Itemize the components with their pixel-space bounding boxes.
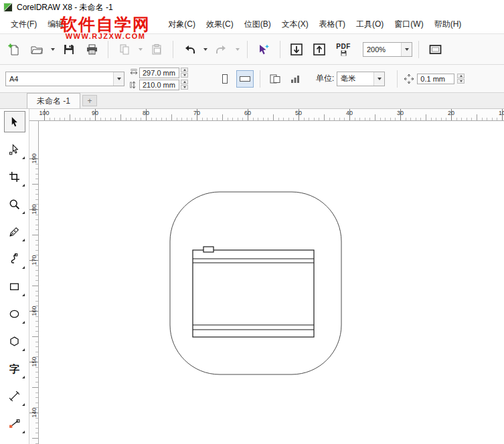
save-button[interactable] <box>59 39 79 60</box>
polygon-tool[interactable] <box>4 330 25 352</box>
spinner-up-button[interactable] <box>181 80 188 84</box>
canvas-row: 190180170160150140 <box>29 121 504 444</box>
export-button[interactable] <box>309 39 329 60</box>
crop-tool[interactable] <box>4 166 25 187</box>
menu-tools[interactable]: 工具(O) <box>351 15 389 33</box>
vertical-ruler[interactable]: 190180170160150140 <box>29 121 39 444</box>
zoom-tool[interactable] <box>4 193 25 215</box>
v-ruler-number: 180 <box>31 204 37 214</box>
nudge-distance-input[interactable]: 0.1 mm <box>417 74 454 84</box>
paste-button[interactable] <box>147 39 167 60</box>
flyout-indicator-icon <box>22 211 25 214</box>
menu-bar: 文件(F) 编辑 对象(C) 效果(C) 位图(B) 文本(X) 表格(T) 工… <box>0 15 504 33</box>
open-dropdown-caret-icon[interactable] <box>51 48 55 51</box>
undo-dropdown-caret-icon[interactable] <box>203 48 207 51</box>
print-button[interactable] <box>82 39 102 60</box>
all-pages-icon <box>269 74 281 84</box>
spinner-down-button[interactable] <box>181 85 188 90</box>
new-tab-button[interactable]: + <box>82 95 97 106</box>
open-document-button[interactable] <box>27 39 47 60</box>
h-ruler-number: 70 <box>193 110 200 116</box>
toolbar-separator <box>247 41 248 58</box>
flyout-indicator-icon <box>22 266 25 269</box>
units-combo[interactable]: 毫米 <box>337 72 385 86</box>
caret-down-icon <box>377 78 382 80</box>
page-height-spinner <box>181 80 188 90</box>
menu-help[interactable]: 帮助(H) <box>429 15 467 33</box>
h-ruler-number: 90 <box>92 110 98 116</box>
rounded-square-shape[interactable] <box>170 192 341 374</box>
page-width-input[interactable]: 297.0 mm <box>139 68 179 78</box>
app-launcher-button[interactable] <box>254 39 274 60</box>
print-icon <box>86 44 98 55</box>
h-ruler-number: 30 <box>397 110 404 116</box>
spinner-up-button[interactable] <box>181 68 188 72</box>
v-ruler-number: 140 <box>31 407 37 417</box>
freehand-tool[interactable] <box>4 221 25 242</box>
paper-size-caret[interactable] <box>113 72 124 86</box>
h-ruler-number: 40 <box>346 110 353 116</box>
copy-button[interactable] <box>114 39 135 60</box>
landscape-button[interactable] <box>236 70 254 88</box>
fullscreen-preview-button[interactable] <box>425 39 445 60</box>
magnifier-icon <box>9 199 20 210</box>
portrait-button[interactable] <box>216 70 234 88</box>
undo-button[interactable] <box>179 39 199 60</box>
menu-window[interactable]: 窗口(W) <box>389 15 428 33</box>
page-width-icon <box>130 69 138 77</box>
page-size-fields: 297.0 mm 210.0 mm <box>130 68 188 90</box>
rectangle-icon <box>9 281 20 292</box>
propbar-separator <box>260 70 260 88</box>
flyout-indicator-icon <box>22 376 25 378</box>
menu-edit[interactable]: 编辑 <box>42 15 69 33</box>
drawing-canvas[interactable] <box>39 121 504 444</box>
new-document-icon <box>8 43 20 56</box>
zoom-level-combo[interactable]: 200% <box>363 42 412 57</box>
window-title: CorelDRAW X8 - 未命名 -1 <box>17 2 113 13</box>
paper-size-value: A4 <box>6 72 113 86</box>
menu-table[interactable]: 表格(T) <box>314 15 351 33</box>
spinner-up-icon <box>183 81 186 83</box>
v-ruler-number: 150 <box>31 356 37 366</box>
curve-tool[interactable] <box>4 248 25 269</box>
caret-down-icon <box>117 78 121 80</box>
briefcase-shape[interactable] <box>193 247 314 337</box>
spinner-up-button[interactable] <box>457 74 465 78</box>
menu-object[interactable]: 对象(C) <box>163 15 201 33</box>
menu-text[interactable]: 文本(X) <box>276 15 314 33</box>
all-pages-button[interactable] <box>266 70 284 88</box>
menu-effects[interactable]: 效果(C) <box>201 15 239 33</box>
units-caret[interactable] <box>373 72 384 86</box>
text-tool[interactable]: 字 <box>4 358 25 379</box>
import-button[interactable] <box>286 39 307 60</box>
connector-line-icon <box>9 418 20 429</box>
pick-tool[interactable] <box>4 111 25 132</box>
new-document-button[interactable] <box>4 39 24 60</box>
document-tab[interactable]: 未命名 -1 <box>27 93 80 108</box>
toolbox: 字 <box>0 109 29 444</box>
rectangle-tool[interactable] <box>4 275 25 297</box>
menu-file[interactable]: 文件(F) <box>5 15 42 33</box>
paper-size-combo[interactable]: A4 <box>5 72 124 86</box>
drawing-scale-button[interactable] <box>286 70 304 88</box>
flyout-indicator-icon <box>22 184 25 187</box>
page-width-spinner <box>181 68 188 78</box>
menu-bitmaps[interactable]: 位图(B) <box>239 15 276 33</box>
publish-pdf-button[interactable]: PDF <box>332 39 355 60</box>
spinner-down-icon <box>460 80 463 82</box>
shape-tool[interactable] <box>4 138 25 160</box>
copy-icon <box>119 44 130 55</box>
dimension-tool[interactable] <box>4 385 25 407</box>
redo-button[interactable] <box>212 39 232 60</box>
horizontal-ruler[interactable]: 100908070605040302010 <box>29 109 504 121</box>
h-ruler-number: 20 <box>448 110 454 116</box>
spinner-down-button[interactable] <box>457 79 465 84</box>
drawing-artwork[interactable] <box>39 121 503 443</box>
spinner-up-icon <box>183 69 186 71</box>
page-height-input[interactable]: 210.0 mm <box>139 80 179 90</box>
ellipse-tool[interactable] <box>4 303 25 324</box>
connector-tool[interactable] <box>4 413 25 434</box>
spinner-down-button[interactable] <box>181 73 188 78</box>
zoom-combo-caret[interactable] <box>401 43 412 56</box>
copy-dropdown-caret-icon <box>139 48 143 51</box>
